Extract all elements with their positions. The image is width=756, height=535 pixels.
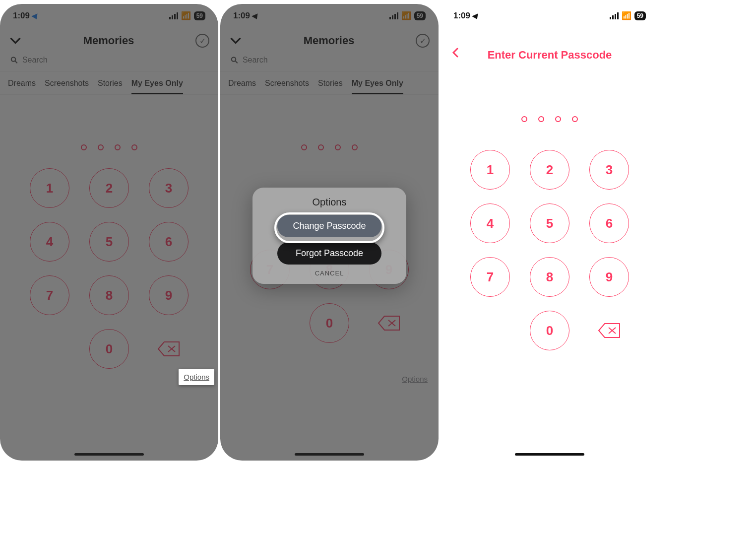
page-title: Memories — [83, 34, 134, 47]
key-1[interactable]: 1 — [470, 150, 510, 190]
pin-dot — [115, 144, 121, 150]
forgot-passcode-button[interactable]: Forgot Passcode — [277, 242, 381, 265]
key-2[interactable]: 2 — [530, 150, 569, 190]
tab-my-eyes-only[interactable]: My Eyes Only — [352, 79, 403, 94]
key-blank — [250, 303, 290, 343]
key-3[interactable]: 3 — [149, 168, 189, 208]
key-5[interactable]: 5 — [89, 222, 129, 262]
backspace-icon[interactable] — [378, 303, 400, 343]
change-passcode-button[interactable]: Change Passcode — [277, 215, 381, 237]
pin-dot — [301, 144, 307, 150]
key-8[interactable]: 8 — [530, 257, 569, 297]
pin-dot — [98, 144, 104, 150]
key-7[interactable]: 7 — [470, 257, 510, 297]
tab-dreams[interactable]: Dreams — [8, 79, 36, 94]
key-9[interactable]: 9 — [149, 275, 189, 315]
pin-dot — [352, 144, 358, 150]
pin-dot — [131, 144, 137, 150]
tab-my-eyes-only[interactable]: My Eyes Only — [131, 79, 183, 94]
select-check-icon[interactable]: ✓ — [416, 34, 430, 48]
key-9[interactable]: 9 — [589, 257, 629, 297]
pin-dot — [318, 144, 324, 150]
chevron-down-icon[interactable] — [9, 34, 22, 47]
location-icon — [33, 11, 39, 21]
key-5[interactable]: 5 — [530, 203, 569, 243]
location-icon — [253, 11, 259, 21]
pin-dots — [0, 144, 218, 150]
key-7[interactable]: 7 — [30, 275, 69, 315]
status-time: 1:09 — [13, 11, 30, 21]
status-bar: 1:09 📶 59 — [0, 4, 218, 28]
phone-screen-3: 1:09 📶 59 Enter Current Passcode 1 2 3 4… — [441, 4, 659, 461]
select-check-icon[interactable]: ✓ — [195, 34, 209, 48]
chevron-down-icon[interactable] — [229, 34, 242, 47]
battery-icon: 59 — [634, 11, 646, 20]
modal-title: Options — [260, 197, 398, 208]
svg-point-4 — [232, 57, 236, 61]
svg-line-1 — [15, 61, 17, 63]
svg-line-5 — [236, 61, 238, 63]
home-indicator — [74, 453, 144, 456]
search-field[interactable] — [243, 56, 429, 65]
home-indicator — [515, 453, 584, 456]
options-modal: Options Change Passcode Forgot Passcode … — [252, 188, 406, 284]
home-indicator — [295, 453, 364, 456]
wifi-icon: 📶 — [622, 12, 631, 20]
tabs: Dreams Screenshots Stories My Eyes Only — [0, 72, 218, 95]
cancel-button[interactable]: CANCEL — [260, 269, 398, 277]
key-3[interactable]: 3 — [589, 150, 629, 190]
signal-icon — [389, 12, 398, 19]
location-icon — [473, 11, 479, 21]
key-8[interactable]: 8 — [89, 275, 129, 315]
options-callout: Options — [179, 369, 214, 385]
key-1[interactable]: 1 — [30, 168, 69, 208]
backspace-icon[interactable] — [598, 311, 621, 350]
page-title: Memories — [304, 34, 355, 47]
back-button[interactable] — [449, 47, 461, 59]
tab-screenshots[interactable]: Screenshots — [45, 79, 89, 94]
key-0[interactable]: 0 — [89, 329, 129, 369]
key-2[interactable]: 2 — [89, 168, 129, 208]
status-time: 1:09 — [453, 11, 470, 21]
tab-dreams[interactable]: Dreams — [228, 79, 256, 94]
backspace-icon[interactable] — [157, 329, 180, 369]
phone-screen-2: 1:09 📶 59 Memories ✓ Dreams Screenshots … — [220, 4, 439, 461]
key-6[interactable]: 6 — [149, 222, 189, 262]
header: Memories ✓ — [0, 28, 218, 51]
keypad: 1 2 3 4 5 6 7 8 9 0 — [441, 150, 659, 350]
status-bar: 1:09 📶 59 — [441, 4, 659, 28]
key-blank — [470, 311, 510, 350]
key-4[interactable]: 4 — [30, 222, 69, 262]
pin-dot — [555, 116, 561, 122]
pin-dot — [521, 116, 527, 122]
pin-dots — [441, 116, 659, 122]
status-bar: 1:09 📶 59 — [220, 4, 439, 28]
passcode-title: Enter Current Passcode — [441, 49, 659, 62]
pin-dots — [220, 144, 439, 150]
header: Memories ✓ — [220, 28, 439, 51]
wifi-icon: 📶 — [401, 12, 411, 20]
key-0[interactable]: 0 — [530, 311, 569, 350]
signal-icon — [610, 12, 619, 19]
pin-dot — [572, 116, 578, 122]
tab-screenshots[interactable]: Screenshots — [265, 79, 309, 94]
key-0[interactable]: 0 — [310, 303, 349, 343]
options-link[interactable]: Options — [402, 375, 428, 383]
key-6[interactable]: 6 — [589, 203, 629, 243]
key-blank — [30, 329, 69, 369]
svg-point-0 — [11, 57, 15, 61]
phone-screen-1: 1:09 📶 59 Memories ✓ Dreams Screenshots … — [0, 4, 218, 461]
key-4[interactable]: 4 — [470, 203, 510, 243]
pin-dot — [81, 144, 87, 150]
keypad: 1 2 3 4 5 6 7 8 9 0 — [0, 168, 218, 369]
search-input[interactable] — [7, 53, 211, 67]
tabs: Dreams Screenshots Stories My Eyes Only — [220, 72, 439, 95]
tab-stories[interactable]: Stories — [98, 79, 123, 94]
tab-stories[interactable]: Stories — [318, 79, 343, 94]
pin-dot — [335, 144, 341, 150]
battery-icon: 59 — [414, 11, 426, 20]
search-input[interactable] — [227, 53, 432, 67]
search-field[interactable] — [22, 56, 208, 65]
status-time: 1:09 — [233, 11, 250, 21]
battery-icon: 59 — [194, 11, 205, 20]
